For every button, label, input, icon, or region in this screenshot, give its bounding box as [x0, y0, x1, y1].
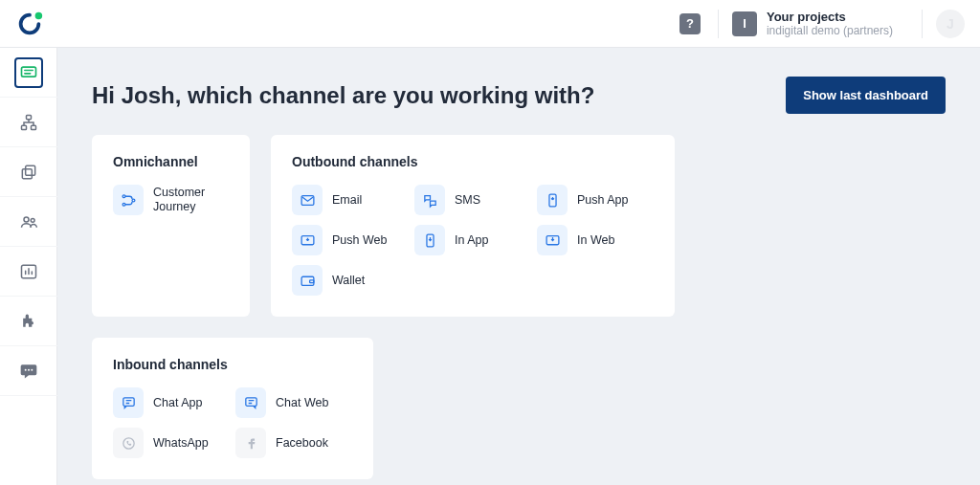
in-web-icon: [537, 225, 568, 255]
sidebar-item-conversations[interactable]: [0, 346, 57, 396]
svg-rect-2: [27, 115, 32, 119]
channel-email[interactable]: Email: [292, 185, 407, 215]
inbound-card: Inbound channels Chat App Chat Web Whats…: [92, 338, 373, 479]
project-badge: I: [732, 11, 757, 36]
brand-logo: [15, 10, 44, 38]
svg-point-7: [24, 217, 29, 222]
push-app-icon: [537, 185, 568, 215]
sidebar-item-channels[interactable]: [0, 48, 57, 98]
channel-whatsapp[interactable]: WhatsApp: [113, 428, 228, 458]
channel-label: SMS: [455, 193, 480, 208]
main: Hi Josh, which channel are you working w…: [57, 48, 980, 485]
svg-rect-3: [22, 125, 27, 129]
channel-label: Push App: [577, 193, 629, 208]
project-selector[interactable]: Your projects indigitall demo (partners): [767, 10, 893, 38]
omnichannel-heading: Omnichannel: [113, 154, 229, 169]
divider: [922, 10, 923, 38]
omnichannel-card: Omnichannel Customer Journey: [92, 135, 250, 317]
push-web-icon: [292, 225, 323, 255]
sidebar: [0, 0, 57, 485]
svg-point-25: [122, 437, 133, 448]
channel-label: Facebook: [276, 436, 328, 451]
svg-rect-21: [301, 276, 314, 285]
topbar: ? I Your projects indigitall demo (partn…: [0, 0, 980, 48]
page-title: Hi Josh, which channel are you working w…: [92, 82, 594, 109]
sidebar-item-templates[interactable]: [0, 147, 57, 197]
channel-label: In Web: [577, 233, 614, 248]
channel-label: WhatsApp: [153, 436, 209, 451]
channel-label: Customer Journey: [153, 186, 237, 214]
sidebar-item-flows[interactable]: [0, 98, 57, 147]
svg-rect-1: [22, 67, 36, 77]
sidebar-item-integrations[interactable]: [0, 297, 57, 346]
svg-rect-23: [122, 397, 133, 406]
svg-rect-17: [548, 194, 555, 207]
channel-in-web[interactable]: In Web: [537, 225, 652, 255]
channel-customer-journey[interactable]: Customer Journey: [113, 185, 237, 215]
in-app-icon: [414, 225, 445, 255]
users-icon: [19, 212, 38, 231]
channel-label: Chat App: [153, 396, 202, 410]
outbound-card: Outbound channels Email SMS Push App Pus…: [271, 135, 675, 317]
project-subtitle: indigitall demo (partners): [767, 24, 893, 37]
puzzle-icon: [19, 312, 38, 331]
svg-rect-6: [22, 168, 32, 178]
channel-label: Chat Web: [276, 396, 328, 410]
copy-icon: [19, 163, 38, 182]
chat-web-icon: [235, 387, 266, 418]
svg-point-0: [35, 11, 43, 19]
svg-point-13: [122, 194, 125, 197]
svg-point-15: [132, 199, 135, 202]
channel-sms[interactable]: SMS: [414, 185, 529, 215]
svg-rect-4: [32, 125, 36, 129]
email-icon: [292, 185, 323, 215]
inbound-heading: Inbound channels: [113, 357, 352, 372]
journey-icon: [113, 185, 144, 215]
svg-point-8: [31, 218, 34, 222]
avatar[interactable]: J: [936, 10, 965, 38]
project-title: Your projects: [767, 10, 893, 25]
show-last-dashboard-button[interactable]: Show last dashboard: [786, 77, 946, 114]
sidebar-item-audience[interactable]: [0, 197, 57, 247]
svg-point-10: [25, 368, 27, 370]
channel-in-app[interactable]: In App: [414, 225, 529, 255]
channel-label: In App: [455, 233, 488, 248]
svg-rect-24: [245, 397, 256, 406]
sms-icon: [414, 185, 445, 215]
page-header: Hi Josh, which channel are you working w…: [92, 77, 946, 114]
channel-facebook[interactable]: Facebook: [235, 428, 350, 458]
channel-push-web[interactable]: Push Web: [292, 225, 407, 255]
chat-lines-icon: [19, 63, 38, 82]
channel-push-app[interactable]: Push App: [537, 185, 652, 215]
chat-app-icon: [113, 387, 144, 418]
chart-icon: [19, 262, 38, 281]
svg-rect-5: [26, 165, 35, 175]
channel-wallet[interactable]: Wallet: [292, 265, 407, 296]
channel-chat-web[interactable]: Chat Web: [235, 387, 350, 418]
outbound-heading: Outbound channels: [292, 154, 654, 169]
sitemap-icon: [19, 113, 38, 132]
svg-rect-22: [309, 279, 313, 282]
channel-label: Push Web: [332, 233, 387, 248]
whatsapp-icon: [113, 428, 144, 458]
sidebar-item-analytics[interactable]: [0, 247, 57, 297]
channel-label: Email: [332, 193, 362, 208]
divider: [718, 10, 719, 38]
comment-dots-icon: [19, 362, 38, 381]
svg-point-12: [31, 368, 33, 370]
channel-label: Wallet: [332, 274, 365, 288]
svg-point-14: [122, 203, 125, 206]
channel-chat-app[interactable]: Chat App: [113, 387, 228, 418]
svg-point-11: [28, 368, 30, 370]
help-icon[interactable]: ?: [679, 13, 701, 34]
wallet-icon: [292, 265, 323, 296]
facebook-icon: [235, 428, 266, 458]
